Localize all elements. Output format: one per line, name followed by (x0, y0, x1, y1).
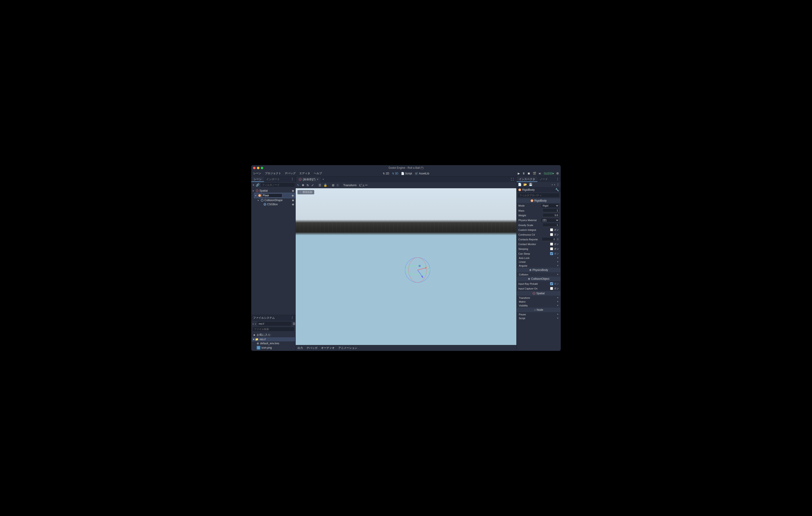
projection-label[interactable]: ⋮ 透視投影 (297, 190, 314, 194)
visibility-icon[interactable]: ◉ (292, 194, 294, 197)
play-button[interactable]: ▶ (518, 172, 520, 175)
contact-monitor-check[interactable] (550, 243, 553, 246)
minimize-window-button[interactable] (257, 167, 259, 169)
add-node-button[interactable]: + (253, 183, 255, 187)
play-scene-button[interactable]: 🎬 (533, 172, 536, 175)
menu-debug[interactable]: デバッグ (285, 172, 296, 175)
filter-properties-input[interactable] (518, 193, 559, 197)
maximize-window-button[interactable] (261, 167, 263, 169)
rotate-tool-icon[interactable]: ↻ (307, 183, 309, 187)
tool-icon[interactable]: 🔧 (555, 188, 559, 191)
history-back-icon[interactable]: ‹ (552, 183, 553, 186)
section-spatial[interactable]: ○ Spatial (517, 291, 560, 296)
gravity-input[interactable] (543, 223, 559, 227)
menu-scene[interactable]: シーン (253, 172, 261, 175)
history-menu-icon[interactable]: ⋮ (556, 183, 559, 186)
visibility-icon[interactable]: ◉ (292, 199, 294, 202)
viewport-3d[interactable]: ⋮ 透視投影 (296, 188, 516, 345)
close-window-button[interactable] (253, 167, 256, 169)
section-physicsbody[interactable]: ⊕ PhysicsBody (517, 268, 560, 272)
link-button[interactable]: 🔗 (256, 183, 259, 187)
weight-input[interactable] (543, 214, 559, 217)
nav-forward-button[interactable]: › (255, 322, 256, 326)
file-search-input[interactable] (253, 327, 294, 331)
tree-node-csgbox[interactable]: ▾▢ CSGBox ◉ (259, 202, 295, 206)
panel-menu-icon[interactable]: ⋮ (554, 177, 561, 182)
tab-import[interactable]: インポート (264, 177, 282, 182)
custom-integrat-check[interactable] (550, 228, 553, 231)
input-capture-check[interactable] (550, 287, 553, 290)
snap-tool-icon[interactable]: ⊞ (332, 183, 335, 187)
save-resource-icon[interactable]: 💾 (529, 183, 532, 186)
select-tool-icon[interactable]: ↖ (297, 183, 299, 187)
lock-tool-icon[interactable]: 🔒 (323, 183, 327, 187)
open-resource-icon[interactable]: 📂 (523, 183, 527, 186)
history-forward-icon[interactable]: › (554, 183, 555, 186)
visibility-icon[interactable]: ◉ (292, 203, 294, 206)
workspace-3d[interactable]: ↯3D (392, 172, 398, 175)
mass-input[interactable] (543, 209, 559, 212)
move-tool-icon[interactable]: ✥ (302, 183, 304, 187)
path-input[interactable] (257, 322, 291, 326)
pause-button[interactable]: ⏸ (522, 172, 525, 175)
list-tool-icon[interactable]: ☰ (319, 183, 321, 187)
menu-project[interactable]: プロジェクト (265, 172, 281, 175)
tree-node-collisionshape[interactable]: ▾◯ CollisionShape ◉ (257, 198, 295, 202)
bottom-output[interactable]: 出力 (297, 346, 303, 350)
physmat-select[interactable]: [空] (541, 218, 559, 222)
snap-config-icon[interactable]: ⁝⁝ (337, 183, 339, 187)
expand-matrix[interactable]: Matrix▾ (517, 300, 561, 304)
transform-menu[interactable]: Transform (343, 183, 357, 187)
fs-file-icon[interactable]: ☺ icon.png (252, 345, 295, 350)
input-ray-check[interactable] (550, 282, 553, 285)
workspace-script[interactable]: 📄Script (401, 172, 412, 175)
expand-pause[interactable]: Pause▾ (517, 312, 561, 316)
bottom-audio[interactable]: オーディオ (321, 346, 335, 350)
workspace-2d[interactable]: ↯2D (383, 172, 389, 175)
panel-menu-icon[interactable]: ⋮ (289, 177, 295, 182)
section-collisionobject[interactable]: ⊕ CollisionObject (517, 277, 560, 281)
bottom-debugger[interactable]: デバッガ (307, 346, 317, 350)
workspace-assetlib[interactable]: 🛒AssetLib (415, 172, 429, 175)
expand-linear[interactable]: Linear▾ (517, 260, 561, 264)
bottom-animation[interactable]: アニメーション (338, 346, 357, 350)
visibility-icon[interactable]: ◉ (292, 189, 294, 192)
section-node[interactable]: ○ Node (517, 308, 560, 312)
fs-root[interactable]: ▾ 📁 res:// (252, 337, 295, 341)
expand-script[interactable]: Script▾ (517, 316, 561, 320)
expand-visibility[interactable]: Visibility▾ (517, 304, 561, 307)
expand-collision[interactable]: Collision▾ (517, 273, 561, 276)
rename-node-input[interactable] (262, 193, 282, 198)
tree-node-floor[interactable]: ▾◉ ◉ (254, 193, 295, 198)
expand-axis-lock[interactable]: Axis Lock▾ (517, 256, 561, 260)
stop-button[interactable]: ⏹ (527, 172, 530, 175)
filter-nodes-input[interactable] (261, 183, 295, 187)
tab-node[interactable]: ノード (538, 177, 550, 182)
section-rigidbody[interactable]: ◉RigidBody (517, 199, 560, 203)
nav-back-button[interactable]: ‹ (253, 322, 254, 326)
scale-tool-icon[interactable]: ⤢ (311, 183, 314, 187)
view-toggle-icon[interactable]: ☰ (293, 322, 295, 326)
menu-help[interactable]: ヘルプ (314, 172, 322, 175)
settings-icon[interactable]: ⚙ (556, 172, 559, 175)
sleeping-check[interactable] (550, 247, 553, 250)
tree-node-spatial[interactable]: ▾○ Spatial ◉ (252, 189, 295, 193)
view-menu[interactable]: ビュー (359, 183, 368, 187)
tab-scene[interactable]: シーン (251, 177, 264, 182)
add-tab-button[interactable]: + (321, 177, 326, 182)
can-sleep-check[interactable] (550, 252, 553, 255)
play-custom-button[interactable]: ⏯ (539, 172, 542, 175)
tab-inspector[interactable]: インスペクタ (517, 177, 538, 182)
renderer-select[interactable]: GLES3▾ (544, 172, 554, 175)
fullscreen-icon[interactable]: ⛶ (509, 177, 516, 182)
contacts-input[interactable] (542, 238, 556, 241)
panel-menu-icon[interactable]: ⋮ (291, 316, 294, 320)
close-tab-icon[interactable]: × (317, 178, 318, 181)
continuous-cd-check[interactable] (550, 233, 553, 236)
new-resource-icon[interactable]: 📄 (518, 183, 522, 186)
scene-tab[interactable]: ○ [未保存](*) × (296, 177, 321, 182)
mode-select[interactable]: Rigid (541, 204, 559, 208)
fs-file-env[interactable]: ⊕ default_env.tres (252, 341, 295, 345)
menu-editor[interactable]: エディタ (299, 172, 310, 175)
expand-transform[interactable]: Transform▾ (517, 296, 561, 300)
